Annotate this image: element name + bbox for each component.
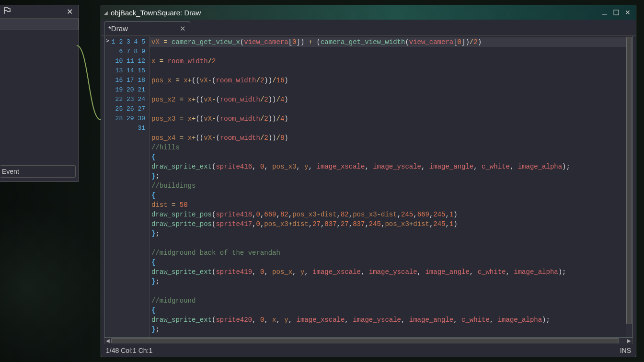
line-number-gutter[interactable]: 1 2 3 4 5 6 7 8 9 10 11 12 13 14 15 16 1…	[111, 36, 150, 337]
status-position: 1/48 Col:1 Ch:1	[106, 347, 152, 354]
flag-icon	[3, 6, 12, 17]
vertical-scroll-thumb[interactable]	[626, 37, 632, 324]
code-text[interactable]: vX = camera_get_view_x(view_camera[0]) +…	[150, 36, 632, 334]
panel-close-button[interactable]: ✕	[64, 6, 76, 17]
close-button[interactable]: ✕	[622, 8, 633, 17]
add-event-button[interactable]: Event	[0, 165, 76, 178]
editor-tabs: *Draw ✕	[101, 20, 636, 36]
hscroll-track[interactable]	[111, 338, 626, 344]
svg-rect-1	[614, 10, 619, 15]
inspector-header-row	[0, 19, 79, 30]
object-inspector-panel: ✕ Event	[0, 5, 79, 182]
hscroll-right-button[interactable]: ▶	[626, 338, 632, 344]
code-editor-window: ◢ objBack_TownSquare: Draw ✕ *Draw ✕ > 1…	[101, 5, 636, 357]
maximize-button[interactable]	[611, 8, 621, 17]
gutter-marker: >	[106, 37, 109, 44]
window-title: objBack_TownSquare: Draw	[111, 9, 201, 17]
titlebar-tri-icon: ◢	[104, 10, 108, 15]
hscroll-left-button[interactable]: ◀	[104, 338, 111, 344]
vertical-scrollbar[interactable]	[626, 36, 632, 337]
breakpoint-gutter[interactable]: >	[104, 36, 111, 337]
tab-draw[interactable]: *Draw ✕	[104, 21, 190, 35]
status-insert-mode: INS	[620, 347, 631, 354]
add-event-label: Event	[2, 168, 19, 175]
tab-label: *Draw	[108, 24, 128, 33]
window-titlebar[interactable]: ◢ objBack_TownSquare: Draw ✕	[101, 5, 636, 20]
minimize-button[interactable]	[599, 8, 610, 17]
status-bar: 1/48 Col:1 Ch:1 INS	[101, 344, 636, 357]
horizontal-scrollbar[interactable]: ◀ ▶	[104, 338, 633, 344]
code-area-frame: > 1 2 3 4 5 6 7 8 9 10 11 12 13 14 15 16…	[104, 36, 633, 338]
code-text-area[interactable]: vX = camera_get_view_x(view_camera[0]) +…	[150, 36, 632, 337]
hscroll-thumb[interactable]	[111, 338, 619, 343]
tab-close-icon[interactable]: ✕	[180, 24, 186, 33]
